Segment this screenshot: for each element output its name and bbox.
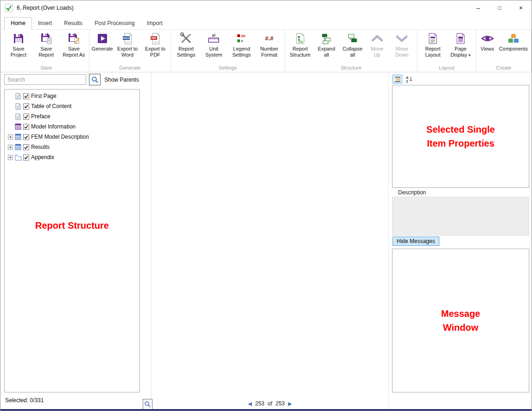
report-structure-button[interactable]: Report Structure bbox=[286, 30, 314, 64]
categorized-view-button[interactable] bbox=[393, 75, 402, 83]
export-pdf-button[interactable]: PDF Export to PDF bbox=[141, 30, 169, 64]
zoom-button[interactable] bbox=[143, 399, 152, 410]
pdf-file-icon: PDF bbox=[149, 31, 161, 46]
titlebar: 6..Report (Over Loads) – □ × bbox=[0, 0, 532, 15]
page-current: 253 bbox=[255, 400, 264, 407]
components-button[interactable]: Components bbox=[497, 30, 530, 64]
tree-item-label: Results bbox=[30, 144, 50, 150]
expand-plus-icon[interactable] bbox=[6, 155, 14, 160]
tree-item-label: First Page bbox=[30, 93, 57, 99]
expand-plus-icon[interactable] bbox=[6, 145, 14, 150]
properties-annotation-line1: Selected Single bbox=[426, 122, 495, 136]
move-down-label: Move Down bbox=[390, 46, 414, 58]
views-button[interactable]: Views bbox=[478, 30, 497, 64]
checkbox[interactable] bbox=[22, 93, 30, 99]
next-page-icon[interactable]: ▶ bbox=[288, 401, 292, 407]
save-report-button[interactable]: Save Report bbox=[32, 30, 60, 64]
legend-settings-label: Legend Settings bbox=[229, 46, 253, 58]
search-button[interactable] bbox=[89, 74, 101, 85]
export-pdf-label: Export to PDF bbox=[143, 46, 167, 58]
tab-home[interactable]: Home bbox=[4, 17, 32, 30]
hide-messages-button[interactable]: Hide Messages bbox=[393, 237, 439, 246]
save-project-button[interactable]: Save Project bbox=[5, 30, 32, 64]
eye-icon bbox=[481, 31, 494, 46]
tree-item-label: Preface bbox=[30, 113, 50, 120]
tab-insert[interactable]: Insert bbox=[32, 18, 58, 29]
properties-annotation-line2: Item Properties bbox=[427, 136, 494, 150]
number-format-button[interactable]: #.# Number Format bbox=[255, 30, 283, 64]
generate-label: Generate bbox=[92, 46, 113, 52]
tab-post-processing[interactable]: Post Processing bbox=[89, 18, 141, 29]
property-grid: Selected Single Item Properties bbox=[392, 85, 529, 188]
table-icon bbox=[14, 134, 22, 140]
save-report-as-button[interactable]: Save Report As bbox=[60, 30, 88, 64]
report-settings-label: Report Settings bbox=[174, 46, 198, 58]
checkbox[interactable] bbox=[22, 154, 30, 161]
table-icon bbox=[14, 123, 22, 130]
alphabetical-sort-button[interactable]: AZ bbox=[404, 75, 414, 83]
checkbox[interactable] bbox=[22, 114, 30, 120]
word-file-icon: DOCX bbox=[121, 31, 133, 46]
checkbox[interactable] bbox=[22, 103, 30, 109]
categorized-icon bbox=[394, 76, 401, 83]
page-display-button[interactable]: Page Display ▾ bbox=[447, 30, 475, 64]
page-display-text: Page Display bbox=[450, 46, 467, 58]
checkbox[interactable] bbox=[22, 124, 30, 130]
search-input[interactable] bbox=[4, 74, 86, 85]
report-structure-tree: First Page Table of Content Preface Mode… bbox=[4, 89, 140, 392]
svg-text:DOCX: DOCX bbox=[123, 37, 130, 39]
expand-plus-icon[interactable] bbox=[6, 135, 14, 140]
group-label-save: Save bbox=[5, 64, 88, 72]
tools-icon bbox=[180, 31, 193, 46]
report-settings-button[interactable]: Report Settings bbox=[172, 30, 200, 64]
prev-page-icon[interactable]: ◀ bbox=[248, 401, 252, 407]
collapse-all-button[interactable]: Collapse all bbox=[339, 30, 366, 64]
tree-item-results[interactable]: Results bbox=[5, 142, 139, 152]
close-button[interactable]: × bbox=[510, 0, 532, 15]
unit-system-button[interactable]: si Unit System bbox=[200, 30, 228, 64]
expand-all-button[interactable]: Expand all bbox=[314, 30, 339, 64]
tree-item-first-page[interactable]: First Page bbox=[5, 91, 139, 101]
tree-item-fem-model-description[interactable]: FEM Model Description bbox=[5, 132, 139, 142]
description-label: Description bbox=[398, 189, 426, 196]
az-sort-icon: AZ bbox=[405, 76, 413, 83]
maximize-button[interactable]: □ bbox=[489, 0, 510, 15]
page-of-label: of bbox=[267, 400, 272, 407]
tab-import[interactable]: Import bbox=[141, 18, 169, 29]
expand-all-icon bbox=[320, 31, 332, 46]
tree-item-model-information[interactable]: Model Information bbox=[5, 122, 139, 132]
save-icon bbox=[13, 31, 25, 46]
tree-item-preface[interactable]: Preface bbox=[5, 111, 139, 122]
show-parents-label[interactable]: Show Parents bbox=[104, 77, 139, 83]
ribbon-group-save: Save Project Save Report Save Report As … bbox=[3, 30, 89, 72]
generate-button[interactable]: Generate bbox=[91, 30, 114, 64]
export-word-button[interactable]: DOCX Export to Word bbox=[114, 30, 141, 64]
collapse-all-icon bbox=[347, 31, 359, 46]
ribbon-group-settings: Report Settings si Unit System 100 Legen… bbox=[171, 30, 285, 72]
unit-system-label: Unit System bbox=[202, 46, 226, 58]
tree-item-label: Table of Content bbox=[30, 103, 71, 109]
selection-status: Selected: 0/331 bbox=[5, 397, 44, 404]
tree-item-table-of-content[interactable]: Table of Content bbox=[5, 101, 139, 111]
report-layout-button[interactable]: Report Layout bbox=[419, 30, 447, 64]
page-icon bbox=[14, 113, 22, 120]
legend-settings-button[interactable]: 100 Legend Settings bbox=[228, 30, 255, 64]
tree-item-appendix[interactable]: Appendix bbox=[5, 152, 139, 162]
collapse-all-label: Collapse all bbox=[341, 46, 364, 58]
ribbon-group-structure: Report Structure Expand all Collapse all… bbox=[285, 30, 418, 72]
move-up-button[interactable]: Move Up bbox=[366, 30, 388, 64]
tab-results[interactable]: Results bbox=[58, 18, 89, 29]
move-down-icon bbox=[394, 31, 409, 46]
save-report-label: Save Report bbox=[34, 46, 58, 58]
checkbox[interactable] bbox=[22, 144, 30, 150]
report-layout-icon bbox=[427, 31, 439, 46]
group-label-create: Create bbox=[478, 64, 530, 72]
export-word-label: Export to Word bbox=[115, 46, 139, 58]
move-down-button[interactable]: Move Down bbox=[388, 30, 416, 64]
legend-icon: 100 bbox=[235, 31, 247, 46]
svg-text:#.#: #.# bbox=[265, 35, 274, 42]
minimize-button[interactable]: – bbox=[468, 0, 489, 15]
magnifier-icon bbox=[144, 401, 151, 408]
ribbon: Save Project Save Report Save Report As … bbox=[0, 30, 532, 72]
checkbox[interactable] bbox=[22, 134, 30, 140]
